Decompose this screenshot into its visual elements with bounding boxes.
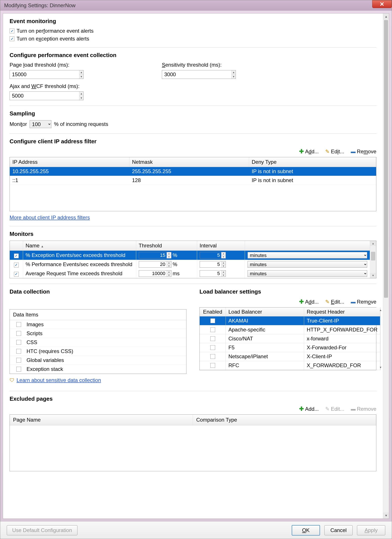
name-header[interactable]: Name▲	[23, 241, 136, 251]
interval-unit-select[interactable]: minutes	[248, 252, 367, 259]
close-button[interactable]: ✕	[372, 0, 392, 8]
divider	[9, 134, 376, 134]
monitors-heading: Monitors	[9, 231, 376, 237]
spin-down-icon[interactable]: ▼	[79, 75, 83, 79]
page-load-input[interactable]: ▲▼	[9, 70, 84, 79]
ip-edit-button[interactable]: ✎Edit...	[325, 148, 344, 155]
monitor-row[interactable]: % Performance Events/sec exceeds thresho…	[10, 260, 370, 269]
exc-alerts-checkbox[interactable]	[9, 36, 14, 41]
ip-row[interactable]: 10.255.255.255 255.255.255.255 IP is not…	[10, 167, 376, 176]
lb-row[interactable]: Netscape/iPlanetX-Client-IP	[200, 352, 380, 361]
data-item-checkbox[interactable]	[16, 367, 21, 371]
data-item-row[interactable]: Scripts	[10, 329, 186, 338]
lb-row[interactable]: F5X-Forwarded-For	[200, 343, 380, 352]
data-item-row[interactable]: Global variables	[10, 356, 186, 365]
divider	[9, 106, 376, 106]
ip-row[interactable]: ::1 128 IP is not in subnet	[10, 176, 376, 185]
interval-field[interactable]	[200, 270, 221, 277]
netmask-header[interactable]: Netmask	[129, 157, 249, 167]
interval-unit-select[interactable]: minutes	[248, 261, 367, 268]
monitor-select[interactable]: 100	[30, 120, 51, 128]
perf-alerts-checkbox[interactable]	[9, 29, 14, 33]
lb-checkbox[interactable]	[210, 327, 215, 332]
spin-down-icon[interactable]: ▼	[79, 96, 83, 100]
comparison-header[interactable]: Comparison Type	[193, 415, 376, 425]
lb-row[interactable]: Apache-specificHTTP_X_FORWARDED_FOR	[200, 325, 380, 334]
sensitivity-input[interactable]: ▲▼	[162, 70, 236, 79]
lb-checkbox[interactable]	[210, 318, 215, 323]
exc-alerts-label: Turn on exception events alerts	[17, 36, 89, 42]
ip-filter-more-link[interactable]: More about client IP address filters	[9, 215, 90, 220]
interval-header[interactable]: Interval	[197, 241, 245, 251]
scroll-down-icon[interactable]: ▼	[383, 512, 389, 519]
scroll-up-icon[interactable]: ▲	[370, 241, 376, 246]
scroll-thumb[interactable]	[371, 252, 375, 260]
monitors-scrollbar[interactable]: ▲ ▼	[370, 241, 376, 278]
monitor-row[interactable]: % Exception Events/sec exceeds threshold…	[10, 251, 370, 260]
page-scrollbar[interactable]: ▲ ▼	[383, 14, 389, 519]
deny-header[interactable]: Deny Type	[249, 157, 376, 167]
monitors-section: Monitors Name▲ Threshold Interval % Exce	[9, 231, 376, 278]
data-item-checkbox[interactable]	[16, 331, 21, 336]
scroll-thumb[interactable]	[384, 20, 388, 298]
data-item-checkbox[interactable]	[16, 322, 21, 327]
ip-header[interactable]: IP Address	[10, 157, 129, 167]
monitor-checkbox[interactable]	[14, 272, 19, 277]
cancel-button[interactable]: Cancel	[324, 525, 353, 535]
ip-remove-button[interactable]: ▬Remove	[351, 148, 376, 155]
threshold-header[interactable]: Threshold	[136, 241, 197, 251]
ip-filter-section: Configure client IP address filter ✚Add.…	[9, 138, 376, 221]
ip-filter-heading: Configure client IP address filter	[9, 138, 376, 145]
spin-up-icon[interactable]: ▲	[79, 92, 83, 96]
lb-row[interactable]: AKAMAITrue-Client-IP	[200, 316, 380, 325]
lb-edit-button[interactable]: ✎Edit...	[325, 298, 344, 305]
interval-field[interactable]	[200, 261, 221, 267]
page-load-field[interactable]	[10, 70, 79, 79]
lb-checkbox[interactable]	[210, 354, 215, 359]
monitor-row[interactable]: Average Request Time exceeds threshold ▲…	[10, 269, 370, 278]
monitor-checkbox[interactable]	[14, 263, 19, 267]
ip-add-button[interactable]: ✚Add...	[299, 148, 319, 155]
lb-name-header[interactable]: Load Balancer	[226, 308, 304, 316]
spin-down-icon[interactable]: ▼	[232, 75, 236, 79]
data-item-row[interactable]: Images	[10, 320, 186, 329]
threshold-field[interactable]	[139, 261, 167, 267]
content-frame: Event monitoring Turn on performance eve…	[3, 13, 389, 519]
excl-remove-button: ▬Remove	[351, 405, 376, 412]
ajax-input[interactable]: ▲▼	[9, 91, 84, 100]
page-name-header[interactable]: Page Name	[10, 415, 193, 425]
sensitivity-field[interactable]	[162, 70, 231, 79]
data-item-checkbox[interactable]	[16, 340, 21, 345]
spin-up-icon[interactable]: ▲	[232, 70, 236, 75]
data-item-checkbox[interactable]	[16, 358, 21, 363]
monitor-checkbox[interactable]	[14, 254, 19, 258]
interval-unit-select[interactable]: minutes	[248, 270, 367, 277]
spin-up-icon[interactable]: ▲	[79, 70, 83, 75]
data-item-row[interactable]: HTC (requires CSS)	[10, 347, 186, 356]
ok-button[interactable]: OK	[292, 525, 320, 535]
window-title: Modifying Settings: DinnerNow	[2, 2, 76, 9]
lb-checkbox[interactable]	[210, 336, 215, 341]
scroll-up-icon[interactable]: ▲	[383, 14, 389, 19]
lb-remove-button[interactable]: ▬Remove	[351, 298, 376, 305]
enabled-header[interactable]: Enabled	[200, 308, 226, 316]
lb-checkbox[interactable]	[210, 363, 215, 368]
lb-row[interactable]: Cisco/NATx-forward	[200, 334, 380, 343]
lb-header-header[interactable]: Request Header	[304, 308, 380, 316]
data-item-checkbox[interactable]	[16, 349, 21, 354]
data-item-row[interactable]: Exception stack	[10, 365, 186, 374]
threshold-field[interactable]	[139, 270, 167, 277]
lb-checkbox[interactable]	[210, 345, 215, 350]
lb-add-button[interactable]: ✚Add...	[299, 298, 319, 305]
data-item-row[interactable]: CSS	[10, 338, 186, 347]
ajax-field[interactable]	[10, 92, 79, 100]
interval-field[interactable]	[200, 252, 221, 258]
threshold-field[interactable]	[139, 252, 167, 258]
excl-add-button[interactable]: ✚Add...	[299, 405, 319, 412]
scroll-down-icon[interactable]: ▼	[370, 273, 376, 278]
data-collection-link[interactable]: Learn about sensitive data collection	[17, 377, 101, 383]
load-balancer-section: Load balancer settings ✚Add... ✎Edit... …	[199, 288, 376, 383]
perf-collection-section: Configure performance event collection P…	[9, 52, 376, 100]
event-monitoring-section: Event monitoring Turn on performance eve…	[9, 18, 376, 42]
lb-row[interactable]: RFCX_FORWARDED_FOR	[200, 361, 380, 370]
